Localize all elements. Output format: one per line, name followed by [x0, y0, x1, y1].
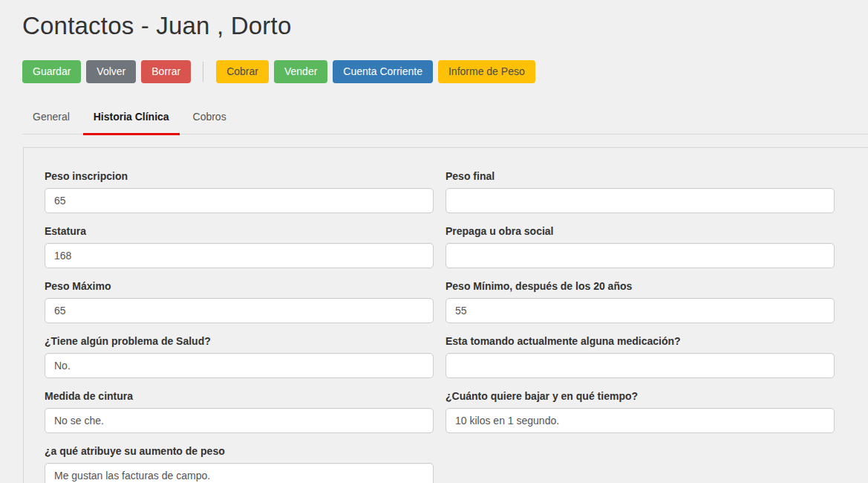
field-label: Prepaga u obra social — [446, 225, 835, 238]
peso-final-input[interactable] — [446, 188, 835, 213]
field-label: ¿a qué atribuye su aumento de peso — [45, 445, 434, 458]
prepaga-input[interactable] — [446, 243, 835, 268]
cobrar-button[interactable]: Cobrar — [216, 60, 269, 83]
field-label: Peso final — [446, 170, 835, 183]
medicacion-input[interactable] — [446, 353, 835, 378]
medida-cintura-input[interactable] — [45, 408, 434, 433]
field-label: ¿Cuánto quiere bajar y en qué tiempo? — [446, 390, 835, 403]
cuenta-corriente-button[interactable]: Cuenta Corriente — [333, 60, 433, 83]
atribuye-aumento-input[interactable] — [45, 463, 434, 483]
field-label: ¿Tiene algún problema de Salud? — [45, 335, 434, 348]
field-label: Estatura — [45, 225, 434, 238]
field-medida-cintura: Medida de cintura — [45, 390, 434, 433]
cuanto-bajar-input[interactable] — [446, 408, 835, 433]
problema-salud-input[interactable] — [45, 353, 434, 378]
field-medicacion: Esta tomando actualmente alguna medicaci… — [446, 335, 835, 378]
field-label: Esta tomando actualmente alguna medicaci… — [446, 335, 835, 348]
field-label: Peso Máximo — [45, 280, 434, 293]
page-title: Contactos - Juan , Dorto — [22, 12, 868, 40]
volver-button[interactable]: Volver — [86, 60, 136, 83]
field-cuanto-bajar: ¿Cuánto quiere bajar y en qué tiempo? — [446, 390, 835, 433]
field-label: Peso Mínimo, después de los 20 años — [446, 280, 835, 293]
tab-cobros[interactable]: Cobros — [183, 103, 237, 134]
peso-minimo-input[interactable] — [446, 298, 835, 323]
estatura-input[interactable] — [45, 243, 434, 268]
vender-button[interactable]: Vender — [274, 60, 327, 83]
toolbar: Guardar Volver Borrar Cobrar Vender Cuen… — [22, 60, 868, 83]
toolbar-separator — [203, 62, 203, 82]
tab-bar: General Historia Clínica Cobros — [22, 103, 868, 134]
field-estatura: Estatura — [45, 225, 434, 268]
field-prepaga: Prepaga u obra social — [446, 225, 835, 268]
field-atribuye-aumento: ¿a qué atribuye su aumento de peso — [45, 445, 434, 483]
field-peso-inscripcion: Peso inscripcion — [45, 170, 434, 213]
field-peso-minimo: Peso Mínimo, después de los 20 años — [446, 280, 835, 323]
peso-maximo-input[interactable] — [45, 298, 434, 323]
informe-de-peso-button[interactable]: Informe de Peso — [438, 60, 535, 83]
page: Contactos - Juan , Dorto Guardar Volver … — [0, 0, 868, 483]
tab-historia-clinica[interactable]: Historia Clínica — [83, 103, 180, 134]
guardar-button[interactable]: Guardar — [22, 60, 81, 83]
borrar-button[interactable]: Borrar — [141, 60, 191, 83]
field-problema-salud: ¿Tiene algún problema de Salud? — [45, 335, 434, 378]
peso-inscripcion-input[interactable] — [45, 188, 434, 213]
tab-general[interactable]: General — [22, 103, 80, 134]
historia-clinica-panel: Peso inscripcion Peso final Estatura Pre… — [23, 147, 868, 483]
field-label: Peso inscripcion — [45, 170, 434, 183]
field-label: Medida de cintura — [45, 390, 434, 403]
form-grid: Peso inscripcion Peso final Estatura Pre… — [45, 170, 868, 483]
field-peso-final: Peso final — [446, 170, 835, 213]
field-peso-maximo: Peso Máximo — [45, 280, 434, 323]
